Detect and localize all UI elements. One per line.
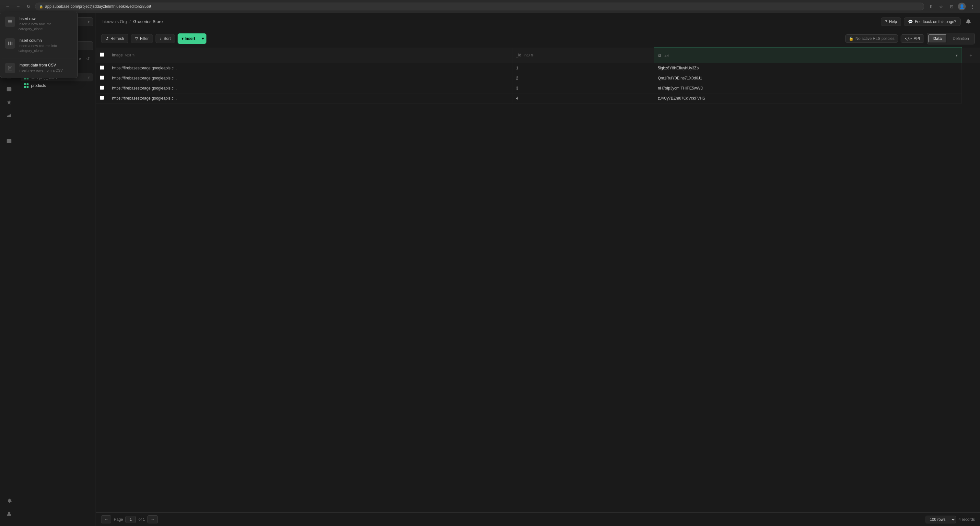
help-button[interactable]: ? Help: [881, 18, 901, 26]
row-checkbox-2[interactable]: [100, 86, 104, 90]
table-sidebar: schema public ▾ ✎ New table 🔍 Tables (3)…: [18, 13, 96, 526]
svg-rect-5: [6, 87, 11, 91]
th-id-text-chevron-icon: ▾: [956, 53, 958, 58]
breadcrumb-project: Groceries Store: [133, 19, 163, 24]
url-bar[interactable]: 🔒 app.supabase.com/project/jzdduyzfelmfn…: [35, 3, 924, 10]
insert-button[interactable]: ▾ Insert ▾: [178, 33, 207, 44]
sidebar-logs-btn[interactable]: [3, 122, 15, 134]
td-id-int-3: 4: [512, 93, 654, 104]
table-row[interactable]: https://firebasestorage.googleapis.c... …: [96, 93, 980, 104]
td-id-text-2: nH7sIp3ycmITHIFE5wWD: [654, 83, 962, 93]
table-item-products[interactable]: products: [21, 81, 93, 90]
th-id-text[interactable]: id text ▾: [654, 48, 962, 63]
filter-icon: ▽: [135, 36, 138, 41]
schema-chevron-icon: ▾: [88, 20, 89, 24]
table-name-products: products: [31, 83, 90, 88]
app: schema public ▾ ✎ New table 🔍 Tables (3)…: [0, 13, 980, 526]
breadcrumb-org[interactable]: hieuwu's Org: [102, 19, 127, 24]
td-image-1: https://firebasestorage.googleapis.c...: [108, 73, 512, 83]
sidebar-sql-btn[interactable]: [3, 135, 15, 147]
th-id-int-label: _id: [516, 53, 522, 57]
table-row[interactable]: https://firebasestorage.googleapis.c... …: [96, 63, 980, 73]
top-header: hieuwu's Org / Groceries Store ? Help 💬 …: [96, 13, 980, 30]
help-icon: ?: [885, 19, 887, 24]
td-id-text-3: zJ4Cy7BZm07CdVckFVHS: [654, 93, 962, 104]
th-id-text-type: text: [663, 54, 669, 57]
sidebar-storage-btn[interactable]: [3, 83, 15, 95]
sort-icon: ↕: [160, 36, 162, 41]
rls-badge[interactable]: 🔒 No active RLS policies: [845, 34, 898, 43]
th-id-int-type: int8: [524, 53, 530, 57]
insert-chevron-icon: ▾: [199, 36, 207, 41]
tables-header-actions: ∨ ↺: [77, 56, 91, 62]
td-id-int-2: 3: [512, 83, 654, 93]
header-actions: ? Help 💬 Feedback on this page?: [881, 16, 974, 27]
bookmark-button[interactable]: ☆: [937, 3, 945, 10]
table-area[interactable]: image text ⇅ _id int8 ⇅: [96, 47, 980, 512]
breadcrumb-sep: /: [129, 19, 130, 24]
td-checkbox-3: [96, 93, 108, 104]
data-table: image text ⇅ _id int8 ⇅: [96, 47, 980, 104]
tab-definition-button[interactable]: Definition: [948, 34, 974, 43]
td-id-text-1: Qm1RulY0EIns71X0d6J1: [654, 73, 962, 83]
th-id-int-sort-icon: ⇅: [531, 54, 533, 57]
insert-check-icon: ▾: [181, 36, 183, 41]
table-row[interactable]: https://firebasestorage.googleapis.c... …: [96, 83, 980, 93]
browser-chrome: ← → ↻ 🔒 app.supabase.com/project/jzdduyz…: [0, 0, 980, 13]
view-tabs: Data Definition: [927, 33, 975, 45]
sidebar-reports-btn[interactable]: [3, 109, 15, 121]
feedback-button[interactable]: 💬 Feedback on this page?: [904, 18, 961, 26]
notifications-button[interactable]: [963, 16, 974, 27]
row-checkbox-0[interactable]: [100, 65, 104, 70]
td-image-2: https://firebasestorage.googleapis.c...: [108, 83, 512, 93]
page-next-button[interactable]: →: [148, 515, 158, 523]
sidebar-functions-btn[interactable]: [3, 96, 15, 108]
forward-button[interactable]: →: [14, 3, 22, 10]
filter-button[interactable]: ▽ Filter: [131, 34, 153, 43]
th-id-int[interactable]: _id int8 ⇅: [512, 48, 654, 63]
svg-point-7: [8, 512, 10, 514]
td-image-3: https://firebasestorage.googleapis.c...: [108, 93, 512, 104]
sidebar-settings-btn[interactable]: [3, 495, 15, 507]
share-button[interactable]: ⬆: [927, 3, 935, 10]
svg-rect-6: [6, 139, 11, 143]
feedback-label: Feedback on this page?: [915, 19, 956, 24]
menu-button[interactable]: ⋮: [968, 3, 976, 10]
reload-button[interactable]: ↻: [25, 3, 32, 10]
back-button[interactable]: ←: [4, 3, 12, 10]
select-all-checkbox[interactable]: [100, 53, 104, 57]
rows-per-page-select[interactable]: 100 rows 500 rows 1000 rows: [926, 516, 956, 523]
page-prev-button[interactable]: ←: [101, 515, 111, 523]
filter-label: Filter: [140, 36, 149, 41]
profile-button[interactable]: 👤: [958, 3, 966, 10]
th-image[interactable]: image text ⇅: [108, 48, 512, 63]
sort-button[interactable]: ↕ Sort: [156, 34, 175, 43]
api-button[interactable]: </> API: [900, 34, 924, 43]
lock-icon: 🔒: [849, 36, 854, 41]
toolbar: ↺ Refresh ▽ Filter ↕ Sort ▾ Insert ▾: [96, 30, 980, 47]
td-id-text-0: 5igbz6Y8hEfIuyhUy3Zp: [654, 63, 962, 73]
table-row[interactable]: https://firebasestorage.googleapis.c... …: [96, 73, 980, 83]
tab-data-button[interactable]: Data: [928, 34, 947, 43]
add-column-button[interactable]: +: [966, 50, 976, 61]
refresh-button[interactable]: ↺ Refresh: [101, 34, 128, 43]
collapse-tables-button[interactable]: ∨: [77, 56, 83, 62]
insert-label: Insert: [185, 36, 197, 41]
sidebar-profile-btn[interactable]: [3, 508, 15, 520]
url-text: app.supabase.com/project/jzdduyzfelmfniu…: [45, 4, 920, 9]
page-number-input[interactable]: [126, 516, 136, 523]
help-label: Help: [889, 19, 897, 24]
row-checkbox-1[interactable]: [100, 76, 104, 80]
td-checkbox-2: [96, 83, 108, 93]
breadcrumb: hieuwu's Org / Groceries Store: [102, 19, 163, 24]
row-checkbox-3[interactable]: [100, 96, 104, 100]
secure-icon: 🔒: [39, 5, 43, 8]
th-image-type: text: [126, 53, 131, 57]
refresh-icon: ↺: [105, 36, 108, 41]
refresh-tables-button[interactable]: ↺: [84, 56, 91, 62]
th-image-label: image: [112, 53, 123, 57]
td-checkbox-1: [96, 73, 108, 83]
feedback-icon: 💬: [908, 19, 913, 24]
sort-label: Sort: [164, 36, 171, 41]
extensions-button[interactable]: ⊡: [948, 3, 955, 10]
